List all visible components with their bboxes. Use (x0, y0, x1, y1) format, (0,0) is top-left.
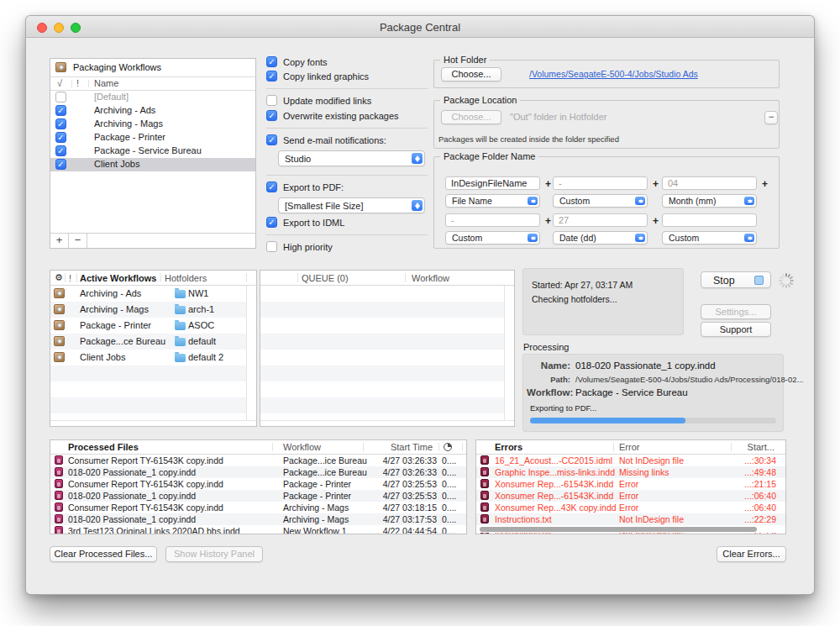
workflow-checkbox[interactable]: ✓ (55, 92, 66, 103)
horizontal-scrollbar[interactable] (260, 420, 514, 426)
error-row[interactable]: Xonsumer Rep...43K copy.indd Error ...:0… (476, 502, 785, 513)
email-notifications-checkbox[interactable]: ✓ (266, 134, 277, 145)
segment-value-field[interactable]: 04 (662, 176, 757, 190)
clear-processed-files-button[interactable]: Clear Processed Files... (50, 546, 157, 562)
name-column-header[interactable]: Name (94, 78, 118, 88)
active-workflow-row[interactable]: Package - Printer ASOC (50, 318, 256, 334)
stop-square-icon (754, 276, 764, 285)
segment-type-select[interactable]: File Name (445, 194, 540, 208)
segment-type-select[interactable]: Custom (553, 194, 648, 208)
workflow-list-item[interactable]: ✓ [Default] (50, 91, 255, 104)
queue-title[interactable]: QUEUE (0) (302, 273, 349, 283)
error-row[interactable]: 16_21_Acoust...-CC2015.idml Not InDesign… (476, 455, 785, 466)
check-column-header[interactable]: √ (57, 78, 62, 88)
hotfolders-column-header[interactable]: Hotfolders (165, 273, 207, 283)
start-time-column-header[interactable]: Start Time (391, 442, 433, 452)
error-type: Missing links (619, 467, 669, 477)
processed-file-row[interactable]: 018-020 Passionate_1 copy.indd Archiving… (50, 513, 466, 525)
errors-title[interactable]: Errors (495, 442, 522, 452)
scrollbar-thumb[interactable] (480, 527, 757, 532)
error-row[interactable]: Graphic Inspe...miss-links.indd Missing … (476, 466, 785, 478)
segment-type-select[interactable]: Month (mm) (662, 194, 757, 208)
processed-file-row[interactable]: 3rd Test123 Original Links 2020AD bbs.in… (50, 525, 466, 534)
segment-value-field[interactable] (662, 213, 757, 227)
workflow-checkbox[interactable]: ✓ (55, 159, 66, 170)
workflow-checkbox[interactable]: ✓ (55, 118, 66, 129)
copy-fonts-checkbox[interactable]: ✓ (266, 56, 277, 67)
alert-column-header[interactable]: ! (76, 78, 79, 88)
workflow-checkbox[interactable]: ✓ (55, 132, 66, 143)
folder-name-grid: InDesignFileName + File Name - + Custom (434, 157, 779, 248)
workflow-list-item[interactable]: ✓ Client Jobs (50, 158, 255, 171)
chevron-updown-icon (744, 197, 754, 205)
duration: 0.... (442, 479, 457, 489)
update-modified-links-checkbox[interactable]: ✓ (266, 95, 277, 106)
high-priority-checkbox[interactable]: ✓ (266, 241, 277, 252)
processed-files-header[interactable]: Processed Files Workflow Start Time (50, 440, 466, 455)
column-divider (71, 80, 72, 87)
active-workflows-title[interactable]: Active Workflows (80, 273, 157, 283)
titlebar[interactable]: Package Central (26, 16, 814, 38)
segment-type-select[interactable]: Custom (445, 231, 540, 245)
error-row[interactable]: Instructions.txt Not InDesign file ...:2… (476, 513, 785, 525)
processed-file-row[interactable]: Consumer Report TY-61543K copy.indd Pack… (50, 455, 466, 466)
processed-file-row[interactable]: 018-020 Passionate_1 copy.indd Package..… (50, 466, 466, 478)
error-row[interactable]: Xonsumer Rep...-61543K.indd Error ...:21… (476, 478, 785, 490)
settings-button[interactable]: Settings... (701, 304, 771, 319)
alert-column-header[interactable]: ! (69, 273, 71, 283)
error-column-header[interactable]: Error (619, 442, 639, 452)
overwrite-existing-checkbox[interactable]: ✓ (266, 110, 277, 121)
remove-workflow-button[interactable]: − (69, 234, 87, 248)
horizontal-scrollbar[interactable] (50, 420, 256, 426)
processed-file-row[interactable]: 018-020 Passionate_1 copy.indd Package -… (50, 490, 466, 502)
active-workflow-row[interactable]: Archiving - Ads NW1 (50, 286, 256, 302)
segment-type-select[interactable]: Custom (662, 231, 757, 245)
workflows-column-header[interactable]: √ ! Name (50, 77, 255, 91)
package-location-choose-button[interactable]: Choose... (441, 110, 501, 124)
email-notification-select[interactable]: Studio (278, 150, 425, 166)
horizontal-scrollbar[interactable] (477, 525, 785, 533)
processed-file-row[interactable]: Consumer Report TY-61543K copy.indd Pack… (50, 478, 466, 490)
active-workflow-row[interactable]: Client Jobs default 2 (50, 350, 256, 366)
active-workflow-row[interactable]: Package...ce Bureau default (50, 334, 256, 350)
errors-header[interactable]: Errors Error Start... (476, 440, 785, 455)
indesign-file-icon (480, 467, 489, 476)
start-column-header[interactable]: Start... (748, 442, 774, 452)
vertical-scrollbar[interactable] (246, 286, 256, 426)
stop-button[interactable]: Stop (701, 271, 771, 288)
hot-folder-path-link[interactable]: /Volumes/SeagateE-500-4/Jobs/Studio Ads (529, 69, 698, 79)
workflow-list-item[interactable]: ✓ Archiving - Ads (50, 104, 255, 118)
clear-errors-button[interactable]: Clear Errors... (717, 546, 786, 562)
error-start-time: ...:06:40 (720, 502, 776, 513)
support-button[interactable]: Support (701, 322, 771, 337)
segment-value-field[interactable]: InDesignFileName (445, 176, 540, 190)
vertical-scrollbar[interactable] (504, 286, 514, 426)
error-row[interactable]: Xonsumer Rep...-61543K.indd Error ...:06… (476, 490, 785, 502)
workflow-list-item[interactable]: ✓ Package - Service Bureau (50, 145, 255, 158)
remove-location-button[interactable]: − (764, 111, 778, 124)
segment-type-select[interactable]: Date (dd) (553, 231, 648, 245)
hot-folder-choose-button[interactable]: Choose... (441, 67, 501, 82)
workflow-name: Client Jobs (94, 159, 139, 169)
processed-files-title[interactable]: Processed Files (68, 442, 139, 452)
segment-value-field[interactable]: - (553, 176, 648, 190)
workflow-list-item[interactable]: ✓ Archiving - Mags (50, 118, 255, 131)
queue-header[interactable]: QUEUE (0) Workflow (260, 271, 514, 286)
workflow-column-header[interactable]: Workflow (412, 273, 449, 283)
workflow-column-header[interactable]: Workflow (283, 442, 321, 452)
copy-linked-graphics-checkbox[interactable]: ✓ (266, 71, 277, 82)
segment-value-field[interactable]: 27 (553, 213, 648, 227)
workflow-list-item[interactable]: ✓ Package - Printer (50, 131, 255, 145)
active-workflows-header[interactable]: ⚙ ! Active Workflows Hotfolders (50, 271, 256, 286)
export-pdf-checkbox[interactable]: ✓ (266, 181, 277, 192)
workflow-checkbox[interactable]: ✓ (55, 105, 66, 116)
pdf-preset-select[interactable]: [Smallest File Size] (278, 197, 425, 213)
segment-value-field[interactable]: - (445, 213, 540, 227)
add-workflow-button[interactable]: + (50, 234, 69, 248)
show-history-panel-button[interactable]: Show History Panel (165, 546, 263, 562)
file-name: 018-020 Passionate_1 copy.indd (68, 491, 196, 501)
active-workflow-row[interactable]: Archiving - Mags arch-1 (50, 302, 256, 318)
export-idml-checkbox[interactable]: ✓ (266, 217, 277, 228)
workflow-checkbox[interactable]: ✓ (55, 145, 66, 156)
processed-file-row[interactable]: Consumer Report TY-61543K copy.indd Arch… (50, 502, 466, 513)
